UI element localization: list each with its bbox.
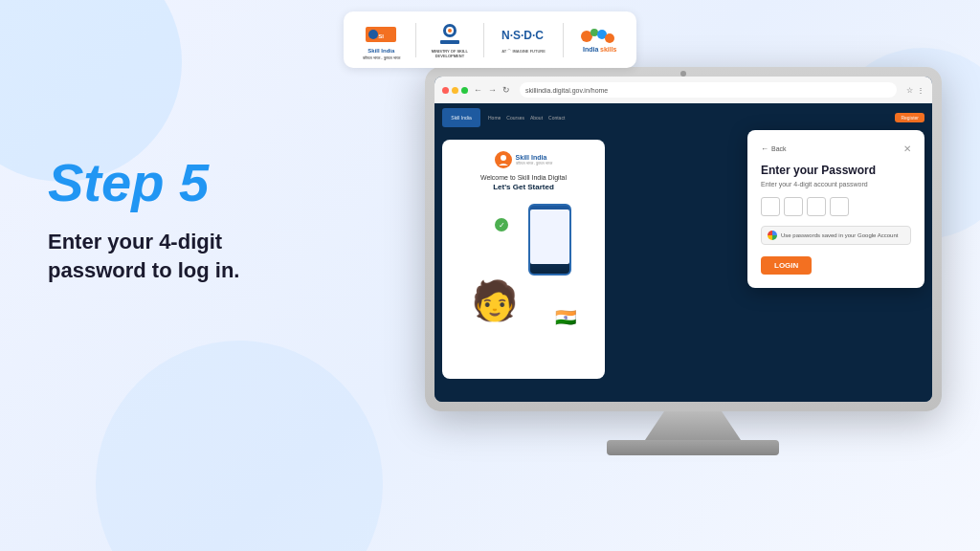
modal-header: ← Back ✕ bbox=[761, 143, 911, 154]
modal-close-button[interactable]: ✕ bbox=[903, 143, 911, 154]
welcome-title: Welcome to Skill India Digital bbox=[480, 174, 567, 181]
nav-link-courses: Courses bbox=[506, 115, 524, 121]
bookmark-icon: ☆ bbox=[906, 86, 913, 95]
phone-illustration bbox=[528, 204, 571, 276]
modal-title: Enter your Password bbox=[761, 164, 911, 177]
step-title: Step 5 bbox=[48, 153, 239, 212]
google-icon bbox=[768, 231, 777, 240]
svg-point-5 bbox=[448, 29, 452, 33]
nav-link-home: Home bbox=[488, 115, 501, 121]
monitor-container: ← → ↻ skillindia.digital.gov.in/home ☆ ⋮… bbox=[425, 67, 961, 507]
nav-link-about: About bbox=[530, 115, 543, 121]
welcome-logo: Skill India कौशल भारत - कुशल भारत bbox=[495, 151, 553, 168]
phone-screen bbox=[530, 209, 569, 264]
nav-link-contact: Contact bbox=[548, 115, 565, 121]
back-arrow-icon: ← bbox=[761, 144, 768, 153]
monitor-body: ← → ↻ skillindia.digital.gov.in/home ☆ ⋮… bbox=[425, 67, 942, 411]
browser-chrome: ← → ↻ skillindia.digital.gov.in/home ☆ ⋮ bbox=[434, 77, 932, 103]
monitor-stand bbox=[645, 411, 741, 440]
welcome-logo-text: Skill India कौशल भारत - कुशल भारत bbox=[516, 154, 553, 165]
modal-subtitle: Enter your 4-digit account password bbox=[761, 181, 911, 187]
svg-point-1 bbox=[368, 30, 378, 39]
site-nav-links: Home Courses About Contact bbox=[488, 115, 565, 121]
lets-get-started: Let's Get Started bbox=[493, 183, 554, 191]
svg-text:SI: SI bbox=[379, 33, 385, 39]
browser-close-dot bbox=[442, 87, 449, 94]
svg-text:India: India bbox=[583, 46, 598, 53]
welcome-logo-icon bbox=[495, 151, 512, 168]
browser-url-bar[interactable]: skillindia.digital.gov.in/home bbox=[520, 82, 897, 98]
logo-divider-1 bbox=[415, 23, 416, 57]
password-box-1[interactable] bbox=[761, 197, 780, 216]
site-register-btn[interactable]: Register bbox=[895, 113, 924, 122]
logo-divider-2 bbox=[483, 23, 484, 57]
browser-action-icons: ☆ ⋮ bbox=[906, 86, 924, 95]
india-skills-logo: India skills bbox=[579, 27, 617, 54]
nsdc-logo: N·S·D·C AT ⌒ IMAGINE FUTURE bbox=[500, 26, 547, 54]
skill-india-logo: SI Skill India कौशल भारत - कुशल भारत bbox=[363, 19, 400, 60]
svg-rect-6 bbox=[440, 40, 459, 44]
step-description: Enter your 4-digit password to log in. bbox=[48, 228, 239, 287]
svg-text:skills: skills bbox=[600, 46, 617, 53]
password-box-4[interactable] bbox=[830, 197, 849, 216]
monitor-base bbox=[607, 440, 779, 455]
google-save-option[interactable]: Use passwords saved in your Google Accou… bbox=[761, 226, 911, 245]
login-button[interactable]: LOGIN bbox=[761, 256, 812, 275]
modal-back-button[interactable]: ← Back bbox=[761, 144, 787, 153]
monitor-screen: ← → ↻ skillindia.digital.gov.in/home ☆ ⋮… bbox=[434, 77, 932, 402]
checkmark-illustration: ✓ bbox=[495, 218, 508, 231]
password-box-3[interactable] bbox=[807, 197, 826, 216]
flag-illustration: 🇮🇳 bbox=[555, 307, 576, 328]
welcome-panel: Skill India कौशल भारत - कुशल भारत Welcom… bbox=[442, 140, 605, 379]
password-input-boxes[interactable] bbox=[761, 197, 911, 216]
menu-icon: ⋮ bbox=[917, 86, 924, 95]
left-content: Step 5 Enter your 4-digit password to lo… bbox=[48, 153, 239, 286]
browser-minimize-dot bbox=[452, 87, 458, 94]
password-modal: ← Back ✕ Enter your Password Enter your … bbox=[747, 130, 924, 288]
svg-point-11 bbox=[605, 33, 614, 43]
site-navbar: Skill India Home Courses About Contact R… bbox=[434, 103, 932, 132]
svg-point-14 bbox=[501, 155, 506, 161]
browser-window-controls bbox=[442, 87, 468, 94]
browser-maximize-dot bbox=[461, 87, 468, 94]
google-save-text: Use passwords saved in your Google Accou… bbox=[781, 232, 898, 238]
decorative-blob-2 bbox=[96, 341, 383, 551]
svg-point-9 bbox=[590, 29, 598, 36]
website-content: Skill India Home Courses About Contact R… bbox=[434, 103, 932, 402]
password-box-2[interactable] bbox=[784, 197, 803, 216]
logos-bar: SI Skill India कौशल भारत - कुशल भारत MIN… bbox=[344, 11, 636, 68]
person-illustration: 🧑 bbox=[471, 278, 519, 323]
logo-divider-3 bbox=[563, 23, 564, 57]
ministry-logo: MINISTRY OF SKILLDEVELOPMENT bbox=[432, 21, 468, 59]
welcome-illustration: 🧑 ✓ 🇮🇳 bbox=[466, 199, 581, 333]
site-logo: Skill India bbox=[442, 108, 480, 127]
svg-text:N·S·D·C: N·S·D·C bbox=[501, 29, 544, 42]
